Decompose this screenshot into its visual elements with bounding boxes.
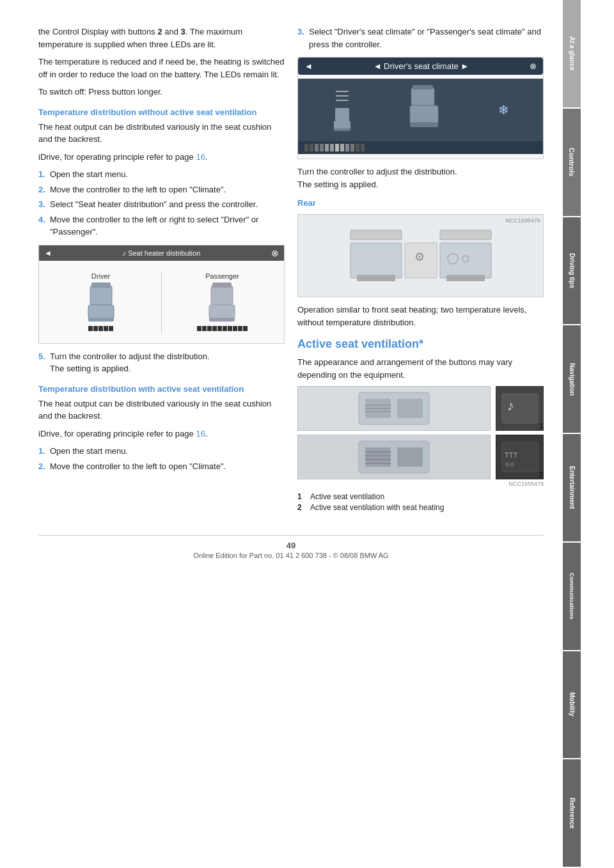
caption-item-1: 1 Active seat ventilation bbox=[297, 492, 544, 501]
svg-rect-5 bbox=[209, 305, 235, 319]
seat-small-icon bbox=[333, 107, 352, 132]
section2-heading: Temperature distribution with active sea… bbox=[38, 384, 285, 394]
section1-step5: 5. Turn the controller to adjust the dis… bbox=[38, 350, 285, 375]
rear-heading: Rear bbox=[297, 198, 544, 208]
right-icons: ❄ bbox=[498, 102, 509, 118]
vent-left-2 bbox=[297, 435, 491, 479]
svg-rect-22 bbox=[446, 275, 485, 281]
svg-rect-2 bbox=[88, 318, 114, 322]
caption-text-2: Active seat ventilation with seat heatin… bbox=[310, 503, 444, 512]
section1-para1: The heat output can be distributed vario… bbox=[38, 121, 285, 146]
intro-para3: To switch off: Press button longer. bbox=[38, 86, 285, 98]
step-2: 2. Move the controller to the left to op… bbox=[38, 183, 285, 196]
caption-list: 1 Active seat ventilation 2 Active seat … bbox=[297, 492, 544, 512]
section2-steps: 1. Open the start menu. 2. Move the cont… bbox=[38, 445, 285, 472]
step-1: 1. Open the start menu. bbox=[38, 168, 285, 181]
rear-seat-svg: ⚙ bbox=[344, 224, 498, 288]
section1-heading: Temperature distribution without active … bbox=[38, 107, 285, 117]
svg-rect-7 bbox=[212, 283, 232, 288]
figure-divider bbox=[161, 271, 162, 333]
rear-seat-figure: ⚙ NCC1595476 bbox=[297, 214, 544, 297]
figure-title: ♪ Seat heater distribution bbox=[123, 249, 201, 257]
right-column: 3. Select "Driver's seat climate" or "Pa… bbox=[297, 26, 544, 516]
sidebar: At a glance Controls Driving tips Naviga… bbox=[563, 0, 581, 868]
caption-item-2: 2 Active seat ventilation with seat heat… bbox=[297, 503, 544, 512]
figure-header: ◄ ♪ Seat heater distribution ⊗ bbox=[39, 245, 284, 261]
seat-heater-distribution-figure: ◄ ♪ Seat heater distribution ⊗ Driver bbox=[38, 245, 285, 344]
caption-text-1: Active seat ventilation bbox=[310, 492, 384, 501]
figure-body: Driver Passenger bbox=[39, 261, 284, 343]
passenger-label: Passenger bbox=[205, 272, 239, 280]
vent-row1: ♪ 1 bbox=[297, 386, 544, 431]
sidebar-tab-entertainment[interactable]: Entertainment bbox=[563, 434, 581, 541]
sidebar-tab-reference[interactable]: Reference bbox=[563, 759, 581, 867]
svg-text:⚙: ⚙ bbox=[414, 251, 425, 263]
snowflake-icon: ❄ bbox=[498, 102, 509, 118]
svg-rect-0 bbox=[90, 286, 112, 305]
sidebar-tab-mobility[interactable]: Mobility bbox=[563, 651, 581, 759]
svg-rect-27 bbox=[397, 399, 423, 418]
section1-steps: 1. Open the start menu. 2. Move the cont… bbox=[38, 168, 285, 238]
svg-rect-14 bbox=[413, 85, 433, 89]
vent-button-1-svg bbox=[356, 389, 432, 428]
arrow-left-icon: ◄ bbox=[44, 249, 52, 258]
figure-id-2: NCC1555479 bbox=[297, 481, 544, 487]
svg-rect-11 bbox=[411, 88, 434, 105]
svg-text:♪: ♪ bbox=[507, 398, 514, 414]
svg-rect-15 bbox=[350, 230, 402, 240]
sidebar-tab-controls[interactable]: Controls bbox=[563, 109, 581, 216]
step2-2: 2. Move the controller to the left to op… bbox=[38, 460, 285, 473]
idrive-body: ❄ bbox=[298, 79, 543, 141]
intro-para2: The temperature is reduced and if need b… bbox=[38, 56, 285, 81]
svg-rect-16 bbox=[350, 243, 402, 278]
svg-rect-13 bbox=[410, 122, 438, 127]
vent-row2: TTT ⚙⚙ 2 bbox=[297, 435, 544, 479]
active-vent-title: Active seat ventilation* bbox=[297, 337, 544, 351]
idrive-title: ◄ Driver's seat climate ► bbox=[374, 61, 469, 71]
svg-rect-8 bbox=[335, 108, 349, 121]
step-5: 5. Turn the controller to adjust the dis… bbox=[38, 350, 285, 375]
right-step3: 3. Select "Driver's seat climate" or "Pa… bbox=[297, 26, 544, 50]
vent-number-2: 2 bbox=[539, 470, 544, 479]
svg-rect-10 bbox=[334, 128, 350, 131]
vent-left-1 bbox=[297, 386, 491, 431]
vent-number-1: 1 bbox=[539, 421, 544, 431]
section1-page-link[interactable]: 16 bbox=[196, 152, 205, 162]
sidebar-tab-driving-tips[interactable]: Driving tips bbox=[563, 217, 581, 325]
sidebar-tab-communications[interactable]: Communications bbox=[563, 543, 581, 650]
main-seat-icon bbox=[407, 85, 443, 135]
sidebar-tab-at-a-glance[interactable]: At a glance bbox=[563, 0, 581, 107]
driver-seat-section: Driver bbox=[48, 272, 154, 331]
slider-bars bbox=[298, 141, 543, 154]
passenger-heater-bars bbox=[197, 326, 248, 331]
footer-text: Online Edition for Part no. 01 41 2 600 … bbox=[38, 552, 544, 559]
sidebar-tab-navigation[interactable]: Navigation bbox=[563, 325, 581, 433]
svg-rect-17 bbox=[357, 275, 395, 281]
idrive-arrow-left: ◄ bbox=[304, 61, 313, 71]
svg-rect-3 bbox=[91, 283, 111, 288]
step-3: 3. Select "Seat heater distribution" and… bbox=[38, 198, 285, 211]
vent-right-1: ♪ bbox=[496, 386, 544, 431]
driver-heater-bars bbox=[88, 326, 113, 331]
vent-right-2: TTT ⚙⚙ bbox=[496, 435, 544, 479]
svg-rect-4 bbox=[211, 286, 233, 305]
intro-para1: the Control Display with buttons 2 and 3… bbox=[38, 26, 285, 50]
close-icon: ⊗ bbox=[271, 248, 279, 258]
after-step3: Turn the controller to adjust the distri… bbox=[297, 166, 544, 190]
section2-page-link[interactable]: 16 bbox=[196, 429, 205, 438]
active-vent-para: The appearance and arrangement of the bu… bbox=[297, 356, 544, 381]
caption-num-2: 2 bbox=[297, 503, 305, 512]
vent-button-2-svg bbox=[356, 438, 432, 476]
left-column: the Control Display with buttons 2 and 3… bbox=[38, 26, 285, 516]
passenger-seat-section: Passenger bbox=[169, 272, 275, 331]
svg-rect-1 bbox=[88, 305, 114, 319]
page-number: 49 bbox=[38, 541, 544, 550]
main-content: the Control Display with buttons 2 and 3… bbox=[0, 0, 563, 868]
section1-idrive-ref: iDrive, for operating principle refer to… bbox=[38, 151, 285, 164]
section2-para1: The heat output can be distributed vario… bbox=[38, 398, 285, 422]
svg-text:⚙⚙: ⚙⚙ bbox=[505, 461, 515, 468]
vent-button-icon-2: TTT ⚙⚙ bbox=[501, 441, 539, 473]
driver-seat-icon bbox=[85, 283, 117, 324]
svg-rect-12 bbox=[410, 105, 438, 123]
rear-para: Operation similar to front seat heating;… bbox=[297, 304, 544, 329]
